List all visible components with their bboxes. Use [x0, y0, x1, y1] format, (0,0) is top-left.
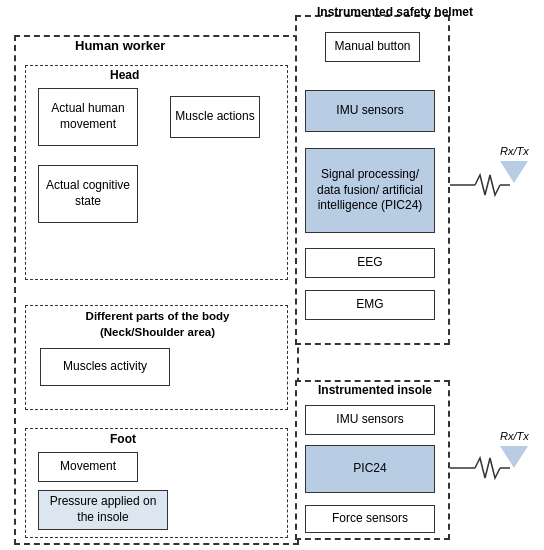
pressure-text: Pressure applied on the insole: [43, 494, 163, 525]
imu-sensors-bottom-text: IMU sensors: [336, 412, 403, 428]
manual-button-text: Manual button: [334, 39, 410, 55]
emg-box: EMG: [305, 290, 435, 320]
movement-box: Movement: [38, 452, 138, 482]
emg-text: EMG: [356, 297, 383, 313]
actual-human-movement-text: Actual human movement: [43, 101, 133, 132]
imu-sensors-top-box: IMU sensors: [305, 90, 435, 132]
movement-text: Movement: [60, 459, 116, 475]
signal-processing-text: Signal processing/ data fusion/ artifici…: [310, 167, 430, 214]
human-worker-label: Human worker: [75, 38, 165, 53]
foot-label: Foot: [110, 432, 136, 446]
muscle-actions-text: Muscle actions: [175, 109, 254, 125]
helmet-label: Instrumented safety helmet: [295, 5, 495, 19]
pic24-bottom-box: PIC24: [305, 445, 435, 493]
muscles-activity-box: Muscles activity: [40, 348, 170, 386]
imu-sensors-top-text: IMU sensors: [336, 103, 403, 119]
imu-sensors-bottom-box: IMU sensors: [305, 405, 435, 435]
actual-cognitive-state-text: Actual cognitive state: [43, 178, 133, 209]
diagram-container: Human worker Head Actual human movement …: [0, 0, 544, 550]
different-parts-label: Different parts of the body(Neck/Shoulde…: [30, 308, 285, 340]
eeg-text: EEG: [357, 255, 382, 271]
different-parts-label-text: Different parts of the body(Neck/Shoulde…: [86, 310, 230, 338]
pressure-box: Pressure applied on the insole: [38, 490, 168, 530]
eeg-box: EEG: [305, 248, 435, 278]
rx-tx-top-label: Rx/Tx: [500, 145, 529, 157]
actual-human-movement-box: Actual human movement: [38, 88, 138, 146]
triangle-down-bottom: [500, 446, 528, 468]
muscles-activity-text: Muscles activity: [63, 359, 147, 375]
actual-cognitive-state-box: Actual cognitive state: [38, 165, 138, 223]
force-sensors-box: Force sensors: [305, 505, 435, 533]
signal-processing-box: Signal processing/ data fusion/ artifici…: [305, 148, 435, 233]
insole-label: Instrumented insole: [305, 383, 445, 397]
triangle-down-top: [500, 161, 528, 183]
head-label: Head: [110, 68, 139, 82]
antenna-top: Rx/Tx: [500, 145, 529, 183]
rx-tx-bottom-label: Rx/Tx: [500, 430, 529, 442]
antenna-bottom: Rx/Tx: [500, 430, 529, 468]
force-sensors-text: Force sensors: [332, 511, 408, 527]
pic24-bottom-text: PIC24: [353, 461, 386, 477]
manual-button-box: Manual button: [325, 32, 420, 62]
muscle-actions-box: Muscle actions: [170, 96, 260, 138]
